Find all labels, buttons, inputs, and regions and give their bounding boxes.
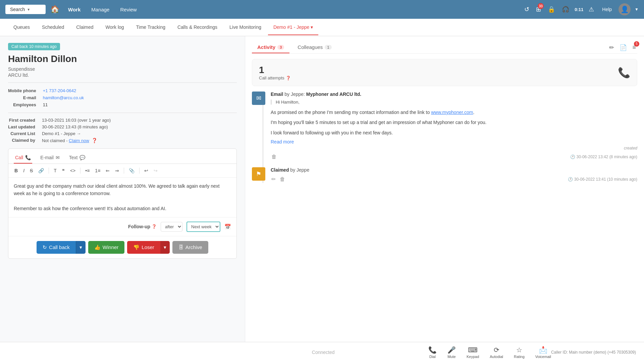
mobile-phone-value: +1 737-204-0642 xyxy=(43,88,237,93)
email-body-3: I look forward to following up with you … xyxy=(271,129,637,136)
history-icon-button[interactable]: ↺ xyxy=(523,4,531,14)
phone-controls: 📞 Dial 🎤 Mute ⌨ Keypad ⟳ Autodial ☆ Rati… xyxy=(428,346,551,359)
subnav-worklog[interactable]: Work log xyxy=(100,20,129,35)
tab-action-buttons: ✏ 📄 ≡ 5 xyxy=(608,43,637,53)
claimed-action-buttons: ✏ 🗑 xyxy=(271,175,286,183)
list-icon-button[interactable]: ≡ 5 xyxy=(631,43,637,53)
follow-up-after-select[interactable]: after xyxy=(161,222,182,232)
toolbar-italic[interactable]: I xyxy=(21,167,26,175)
read-more-link[interactable]: Read more xyxy=(271,139,294,144)
subnav-queues[interactable]: Queues xyxy=(8,20,35,35)
toolbar-sep-3 xyxy=(124,168,124,174)
tab-activity[interactable]: Activity 3 xyxy=(252,42,289,53)
follow-up-time-select[interactable]: Next week xyxy=(186,222,220,232)
subnav-demo[interactable]: Demo #1 - Jeppe ▾ xyxy=(268,20,318,35)
editor-tabs: Call 📞 E-mail ✉ Text 💬 xyxy=(8,149,236,164)
document-icon-button[interactable]: 📄 xyxy=(618,43,628,53)
help-button[interactable]: Help xyxy=(599,5,614,13)
winner-button[interactable]: 👍 Winner xyxy=(88,241,125,254)
meta-info-grid: First created 13-03-2021 16:03 (over 1 y… xyxy=(8,118,237,143)
headset-icon-button[interactable]: 🎧 xyxy=(560,4,571,14)
search-button[interactable]: Search ▼ xyxy=(5,5,46,14)
call-phone-icon: 📞 xyxy=(618,67,630,78)
rating-icon: ☆ xyxy=(516,346,522,354)
keypad-button[interactable]: ⌨ Keypad xyxy=(467,346,479,359)
subnav-timetracking[interactable]: Time Tracking xyxy=(131,20,171,35)
email-body-2: I'm hoping you'll take 5 minutes to set … xyxy=(271,119,637,126)
mute-button[interactable]: 🎤 Mute xyxy=(447,346,456,359)
mobile-phone-link[interactable]: +1 737-204-0642 xyxy=(43,88,76,93)
voicemail-button[interactable]: 📩 Voicemail xyxy=(535,346,551,359)
editor-toolbar: B I S 🔗 T ❝ <> •≡ 1≡ ⇐ ⇒ 📎 ↩ ↪ xyxy=(8,164,236,178)
subnav-live-monitoring[interactable]: Live Monitoring xyxy=(224,20,267,35)
clock-icon: 🕐 xyxy=(570,155,575,159)
loser-dropdown-button[interactable]: ▾ xyxy=(160,241,170,254)
editor-tab-call[interactable]: Call 📞 xyxy=(14,152,32,164)
rating-button[interactable]: ☆ Rating xyxy=(514,346,525,359)
current-list-value: Demo #1 - Jeppe → xyxy=(42,131,237,136)
editor-tab-text[interactable]: Text 💬 xyxy=(68,152,87,164)
colleagues-tab-badge: 1 xyxy=(325,45,331,50)
last-updated-label: Last updated xyxy=(8,124,35,129)
toolbar-strikethrough[interactable]: S xyxy=(28,167,35,175)
call-attempts-help-icon: ❓ xyxy=(286,76,291,80)
claimed-edit-button[interactable]: ✏ xyxy=(271,175,276,183)
toolbar-indent-more[interactable]: ⇒ xyxy=(113,167,121,175)
claimed-clock-icon: 🕐 xyxy=(568,177,573,182)
email-link[interactable]: hamilton@arcu.co.uk xyxy=(43,95,84,100)
toolbar-text-style[interactable]: T xyxy=(52,167,59,175)
callback-button[interactable]: ↻ Call back xyxy=(37,241,76,254)
toolbar-attachment[interactable]: 📎 xyxy=(127,167,137,175)
dial-button[interactable]: 📞 Dial xyxy=(428,346,437,359)
autodial-button[interactable]: ⟳ Autodial xyxy=(490,346,503,359)
archive-button[interactable]: 🗄 Archive xyxy=(172,241,208,254)
nav-manage[interactable]: Manage xyxy=(87,5,113,14)
editor-content[interactable]: Great guy and the company match our idea… xyxy=(8,178,236,217)
toolbar-indent-less[interactable]: ⇐ xyxy=(104,167,112,175)
follow-up-row: Follow-up ❓ after Next week 📅 xyxy=(8,217,236,236)
claimed-by-label: Claimed by xyxy=(8,138,35,143)
warning-icon-button[interactable]: ⚠ xyxy=(587,4,595,14)
subnav-claimed[interactable]: Claimed xyxy=(71,20,99,35)
toolbar-link[interactable]: 🔗 xyxy=(36,167,46,175)
toolbar-ordered-list[interactable]: 1≡ xyxy=(93,167,102,175)
editor-tab-email[interactable]: E-mail ✉ xyxy=(39,152,61,164)
callback-badge: Call back 10 minutes ago xyxy=(8,43,60,50)
toolbar-undo[interactable]: ↩ xyxy=(142,167,150,175)
divider2 xyxy=(8,113,237,113)
myphoner-link[interactable]: www.myphoner.com xyxy=(431,110,473,115)
search-label: Search xyxy=(10,7,25,12)
mute-icon: 🎤 xyxy=(447,346,456,354)
main-content: Call back 10 minutes ago Hamilton Dillon… xyxy=(0,36,644,342)
divider xyxy=(8,82,237,83)
toolbar-code[interactable]: <> xyxy=(68,167,77,175)
lock-icon-button[interactable]: 🔒 xyxy=(546,4,556,14)
subnav-calls-recordings[interactable]: Calls & Recordings xyxy=(172,20,223,35)
keypad-icon: ⌨ xyxy=(468,346,478,354)
toolbar-blockquote[interactable]: ❝ xyxy=(60,167,67,175)
first-created-value: 13-03-2021 16:03 (over 1 year ago) xyxy=(42,118,237,123)
toolbar-unordered-list[interactable]: •≡ xyxy=(83,167,92,175)
list-badge: 5 xyxy=(634,41,639,47)
home-button[interactable]: 🏠 xyxy=(48,3,61,16)
email-delete-button[interactable]: 🗑 xyxy=(271,153,277,161)
toolbar-redo[interactable]: ↪ xyxy=(152,167,160,175)
claimed-delete-button[interactable]: 🗑 xyxy=(279,175,286,183)
tab-colleagues[interactable]: Colleagues 1 xyxy=(292,42,337,53)
subnav-scheduled[interactable]: Scheduled xyxy=(37,20,69,35)
user-dropdown-arrow[interactable]: ▼ xyxy=(635,7,639,12)
edit-icon-button[interactable]: ✏ xyxy=(608,43,615,53)
toolbar-bold[interactable]: B xyxy=(12,167,20,175)
winner-thumb-icon: 👍 xyxy=(94,244,101,250)
nav-review[interactable]: Review xyxy=(116,5,141,14)
callback-dropdown-button[interactable]: ▾ xyxy=(76,241,86,254)
user-avatar[interactable]: 👤 xyxy=(619,3,631,15)
grid-icon-button[interactable]: ⊞ 33 xyxy=(535,4,542,14)
activity-timeline: ✉ Email by Jeppe: Myphoner and ARCU ltd.… xyxy=(252,92,637,183)
nav-work[interactable]: Work xyxy=(64,5,85,14)
loser-button[interactable]: 👎 Loser xyxy=(127,241,160,254)
caller-id: Caller ID: Main number (demo) (+45 70305… xyxy=(551,350,636,355)
search-dropdown-arrow: ▼ xyxy=(27,8,30,11)
calendar-icon[interactable]: 📅 xyxy=(224,224,231,230)
claim-now-link[interactable]: Claim now xyxy=(69,138,89,143)
